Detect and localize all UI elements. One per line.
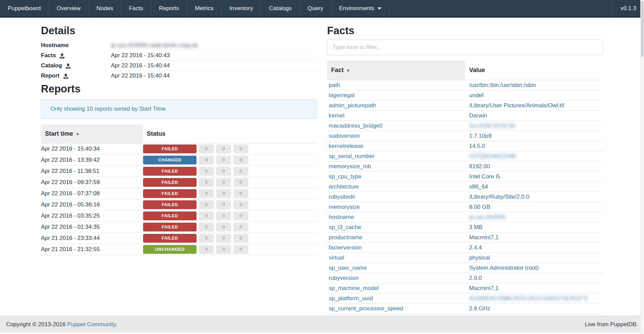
nav-brand[interactable]: Puppetboard [0,0,49,17]
fact-link[interactable]: virtual [327,254,465,261]
detail-label-text: Catalog [41,62,62,69]
report-status-cell: FAILED000 [143,211,317,220]
fact-link[interactable]: sp_cpu_type [327,173,465,180]
fact-link[interactable]: sp_current_processor_speed [327,305,465,312]
status-badge[interactable]: UNCHANGED [143,245,197,254]
count-badge: 0 [233,234,248,243]
report-status-cell: FAILED000 [143,234,317,243]
upload-icon[interactable] [65,63,71,69]
report-status-cell: FAILED000 [143,223,317,231]
report-start-time: Apr 22 2016 - 05:36:16 [41,201,143,208]
report-status-cell: FAILED000 [143,189,317,198]
fact-row: kernelDarwin [327,111,603,121]
fact-link[interactable]: facterversion [327,244,465,251]
detail-label-text: Facts [41,52,56,59]
count-badge: 0 [216,223,231,231]
report-row: Apr 21 2016 - 23:33:44FAILED000 [41,233,317,244]
fact-link[interactable]: rubysitedir [327,194,465,200]
status-badge[interactable]: FAILED [143,200,197,209]
count-badge: 0 [199,167,214,176]
fact-link[interactable]: sp_platform_uuid [327,295,465,302]
fact-link[interactable]: productname [327,234,465,241]
scrollbar[interactable] [640,0,644,334]
status-badge[interactable]: FAILED [143,167,197,176]
fact-row: rubyversion2.0.0 [327,273,603,283]
fact-link[interactable]: kernel [327,112,465,119]
fact-link[interactable]: memorysize [327,204,465,210]
count-badge: 0 [216,178,231,187]
status-badge[interactable]: FAILED [143,234,197,243]
nav-item-inventory[interactable]: Inventory [222,0,261,17]
reports-notice-text: Only showing 10 reports sorted by Start … [50,106,167,112]
facts-heading: Facts [327,25,603,37]
fact-link[interactable]: admin_picturepath [327,102,465,109]
upload-icon[interactable] [63,73,69,79]
fact-link[interactable]: sp_user_name [327,265,465,271]
column-header-status[interactable]: Status [143,125,317,143]
fact-link[interactable]: hostname [327,214,465,221]
detail-value: Apr 22 2016 - 15:40:43 [111,50,317,61]
nav-item-nodes[interactable]: Nodes [89,0,121,17]
fact-link[interactable]: sp_machine_model [327,285,465,292]
fact-value: x86_64 [465,183,603,190]
detail-label-catalog: Catalog [41,62,111,69]
nav-item-query[interactable]: Query [300,0,331,17]
column-header-start-time[interactable]: Start time ▾ [41,125,143,143]
nav-item-environments[interactable]: Environments [331,0,390,17]
report-start-time: Apr 22 2016 - 15:40:34 [41,146,143,152]
status-badge[interactable]: FAILED [143,144,197,153]
status-badge[interactable]: CHANGED [143,156,197,164]
report-start-time: Apr 22 2016 - 11:38:51 [41,168,143,175]
footer-copyright: Copyright © 2013-2016 Puppet Community. [6,321,117,328]
report-start-time: Apr 22 2016 - 13:39:42 [41,157,143,163]
fact-row: rubysitedir/Library/Ruby/Site/2.0.0 [327,192,603,202]
fact-value: 8192.00 [465,163,603,170]
fact-link[interactable]: memorysize_mb [327,163,465,170]
count-badge: 0 [199,223,214,231]
count-badge: 0 [216,167,231,176]
column-header-value[interactable]: Value [465,61,603,80]
fact-link[interactable]: sp_serial_number [327,153,465,160]
count-badge: 0 [199,200,214,209]
count-badge: 0 [199,234,214,243]
status-badge[interactable]: FAILED [143,189,197,198]
nav-item-metrics[interactable]: Metrics [187,0,222,17]
fact-value: 14.5.0 [465,143,603,150]
fact-link[interactable]: rubyversion [327,275,465,282]
nav-item-overview[interactable]: Overview [49,0,89,17]
fact-link[interactable]: path [327,82,465,89]
report-status-cell: CHANGED000 [143,156,317,164]
report-row: Apr 22 2016 - 13:39:42CHANGED000 [41,155,317,166]
nav-item-catalogs[interactable]: Catalogs [261,0,300,17]
main-content: Details Hostnamelp-osx-003056.mpib-berli… [0,18,644,314]
fact-row: memorysize8.00 GB [327,202,603,212]
report-status-cell: UNCHANGED000 [143,245,317,254]
status-badge[interactable]: FAILED [143,223,197,231]
fact-row: facterversion2.4.4 [327,243,603,253]
status-badge[interactable]: FAILED [143,211,197,220]
column-header-fact[interactable]: Fact ▾ [327,61,465,80]
status-badge[interactable]: FAILED [143,178,197,187]
scrollbar-thumb[interactable] [641,1,644,57]
fact-link[interactable]: kernelrelease [327,143,465,150]
fact-link[interactable]: architecture [327,183,465,190]
facts-filter-input[interactable] [327,40,603,55]
version-badge: v0.1.3 [613,0,644,17]
nav-environments-label: Environments [339,5,374,12]
fact-value: C07QN1A6G1HW [465,153,603,160]
fact-link[interactable]: sudoversion [327,133,465,139]
count-badge: 0 [199,156,214,164]
nav-item-reports[interactable]: Reports [151,0,187,17]
count-badge: 0 [216,144,231,153]
report-status-cell: FAILED000 [143,167,317,176]
left-column: Details Hostnamelp-osx-003056.mpib-berli… [41,18,317,314]
report-start-time: Apr 22 2016 - 09:37:59 [41,179,143,186]
upload-icon[interactable] [59,53,65,59]
fact-row: kernelrelease14.5.0 [327,141,603,151]
fact-link[interactable]: lagerregal [327,92,465,99]
puppet-community-link[interactable]: Puppet Community [67,321,116,328]
reports-notice: Only showing 10 reports sorted by Start … [41,99,317,119]
fact-link[interactable]: sp_l3_cache [327,224,465,231]
nav-item-facts[interactable]: Facts [121,0,151,17]
fact-link[interactable]: macaddress_bridge0 [327,123,465,129]
